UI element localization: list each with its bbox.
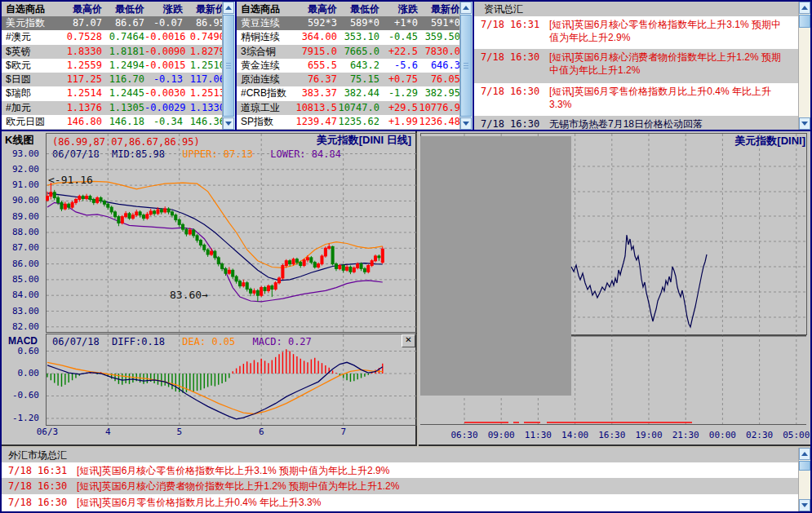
scroll-up-button[interactable]: [460, 2, 472, 14]
instrument-name: 3综合铜: [237, 45, 295, 59]
table-row[interactable]: 美元指数87.0786.67-0.0786.95: [2, 16, 235, 30]
news-scrollbar[interactable]: [798, 448, 810, 511]
column-header[interactable]: 自选商品: [237, 2, 295, 16]
news-date: 7/18: [2, 464, 38, 478]
column-header[interactable]: 最低价: [102, 2, 144, 16]
table-row[interactable]: 原油连续76.3775.15+0.7576.05: [237, 73, 473, 86]
column-header[interactable]: 最高价: [60, 2, 102, 16]
table-row[interactable]: $瑞郎1.25141.2445-0.00301.2513: [2, 86, 235, 100]
news-item[interactable]: 7/1816:31[短讯]英国6月核心零售价格指数年比上升3.1% 预期中值为年…: [474, 16, 799, 49]
scroll-up-button[interactable]: [799, 2, 810, 14]
column-header[interactable]: 最低价: [337, 2, 379, 16]
news-scrollbar[interactable]: [798, 2, 810, 130]
quote-value: 1.2445: [102, 86, 144, 100]
table-row[interactable]: 欧元日圆146.80146.18-0.34146.36: [2, 115, 235, 129]
quote-value: 146.36: [183, 115, 225, 129]
table-row[interactable]: #加元1.13761.1305-0.00291.1330: [2, 101, 235, 115]
price-tick-label: 85.00: [3, 274, 39, 285]
quote-value: 87.07: [60, 16, 102, 30]
scroll-up-button[interactable]: [799, 448, 810, 460]
scroll-thumb[interactable]: [799, 15, 810, 28]
quote-value: -0.0030: [144, 86, 183, 100]
quote-value: 117.06: [183, 73, 225, 86]
table-row[interactable]: 黄豆连续592*3589*0+1*0591*0: [237, 16, 473, 30]
kline-chart-panel[interactable]: K线图 美元指数[DINI 日线] (86.99,87.07,86.67,86.…: [2, 131, 417, 446]
quote-value: 643.2: [337, 59, 379, 73]
quote-value: 364.00: [295, 30, 337, 44]
quote-value: 1.1376: [60, 101, 102, 115]
quote-value: 382.95: [418, 86, 460, 100]
scroll-down-button[interactable]: [799, 499, 810, 511]
table-row[interactable]: #澳元0.75280.7464-0.00160.7490: [2, 30, 235, 44]
scroll-thumb[interactable]: [460, 15, 472, 117]
quote-value: 0.7528: [60, 30, 102, 44]
quote-value: 1.2494: [102, 59, 144, 73]
scroll-thumb[interactable]: [799, 461, 810, 471]
scroll-down-button[interactable]: [460, 117, 472, 130]
column-header[interactable]: 最新价: [183, 2, 225, 16]
arrow-down-icon: [463, 122, 469, 126]
news-time: 16:31: [38, 464, 77, 478]
price-tick-label: 93.00: [3, 148, 39, 160]
price-tick-label: 92.00: [3, 164, 39, 175]
quote-value: 1235.62: [337, 115, 379, 129]
table-row[interactable]: $英镑1.83301.8181-0.00901.8279: [2, 45, 235, 59]
instrument-name: 欧元日圆: [2, 115, 60, 129]
news-item[interactable]: 7/1816:30[短讯]英国6月零售价格指数月比上升0.4% 年比上升3.3%: [2, 494, 799, 510]
scroll-down-button[interactable]: [223, 117, 234, 130]
quote-value: 383.37: [295, 86, 337, 100]
instrument-name: 道琼工业: [237, 101, 295, 115]
table-row[interactable]: 道琼工业10813.510747.0+29.510776.9: [237, 101, 473, 115]
news-item[interactable]: 7/1816:30[短讯]英国6月零售价格指数月比上升0.4% 年比上升3.3%: [474, 83, 799, 116]
quote-value: 382.44: [337, 86, 379, 100]
table-row[interactable]: $日圆117.25116.70-0.13117.06: [2, 73, 235, 86]
date-tick-label: 4: [90, 427, 126, 438]
watchlist-scrollbar[interactable]: [459, 2, 473, 130]
scroll-down-button[interactable]: [799, 117, 810, 130]
date-tick-label: 6: [243, 427, 279, 438]
instrument-name: $欧元: [2, 59, 60, 73]
column-header[interactable]: 自选商品: [2, 2, 60, 16]
column-header[interactable]: 涨跌: [144, 2, 183, 16]
time-tick-label: 06:30: [446, 430, 482, 441]
column-header[interactable]: 涨跌: [379, 2, 418, 16]
column-header[interactable]: 最新价: [418, 2, 460, 16]
quote-value: +0.75: [379, 73, 418, 86]
quote-value: 7915.0: [295, 45, 337, 59]
quote-value: 1.2559: [60, 59, 102, 73]
intraday-chart-panel[interactable]: 美元指数[DINI] 06:3009:0011:3014:0016:3019:0…: [419, 131, 810, 446]
news-time: 16:30: [510, 51, 549, 83]
news-date: 7/18: [2, 480, 38, 493]
date-tick-label: 5: [162, 427, 197, 438]
table-row[interactable]: $欧元1.25591.2494-0.00151.2510: [2, 59, 235, 73]
news-time: 16:31: [510, 18, 549, 49]
quote-value: -1.29: [379, 86, 418, 100]
quote-value: 646.3: [418, 59, 460, 73]
column-header[interactable]: 最高价: [295, 2, 337, 16]
quote-value: 589*0: [337, 16, 379, 30]
time-tick-label: 09:00: [483, 430, 519, 441]
table-row[interactable]: SP指数1239.471235.62+1.991236.48: [237, 115, 473, 129]
quote-value: 7830.0: [418, 45, 460, 59]
news-text: [短讯]英国6月零售价格指数月比上升0.4% 年比上升3.3%: [549, 85, 799, 116]
scroll-up-button[interactable]: [223, 2, 234, 14]
macd-tick-label: 0.00: [3, 368, 39, 379]
arrow-down-icon: [225, 122, 232, 126]
quote-value: 0.7464: [102, 30, 144, 44]
scroll-thumb[interactable]: [223, 15, 234, 117]
table-row[interactable]: #CRB指数383.37382.44-1.29382.95: [237, 86, 473, 100]
kline-chart-canvas[interactable]: [46, 133, 417, 427]
instrument-name: $瑞郎: [2, 86, 60, 100]
table-row[interactable]: 黄金连续655.5643.2-5.6646.3: [237, 59, 473, 73]
kline-panel-label: K线图: [5, 133, 33, 148]
table-row[interactable]: 精铜连续364.00353.10-0.45359.50: [237, 30, 473, 44]
table-row[interactable]: 3综合铜7915.07665.0+22.57830.0: [237, 45, 473, 59]
news-item[interactable]: 7/1816:30[短讯]英国6月核心消费者物价指数年比上升1.2% 预期中值为…: [2, 478, 799, 493]
intraday-chart-canvas[interactable]: [420, 133, 809, 428]
quote-value: 76.37: [295, 73, 337, 86]
news-item[interactable]: 7/1816:30[短讯]英国6月核心消费者物价指数年比上升1.2% 预期中值为…: [474, 49, 799, 83]
watchlist-scrollbar[interactable]: [222, 2, 235, 130]
quote-value: +29.5: [379, 101, 418, 115]
news-item[interactable]: 7/1816:31[短讯]英国6月核心零售价格指数年比上升3.1% 预期中值为年…: [2, 462, 799, 478]
news-item[interactable]: 7/1816:30无锡市场热卷7月18日价格松动回落: [474, 116, 799, 130]
